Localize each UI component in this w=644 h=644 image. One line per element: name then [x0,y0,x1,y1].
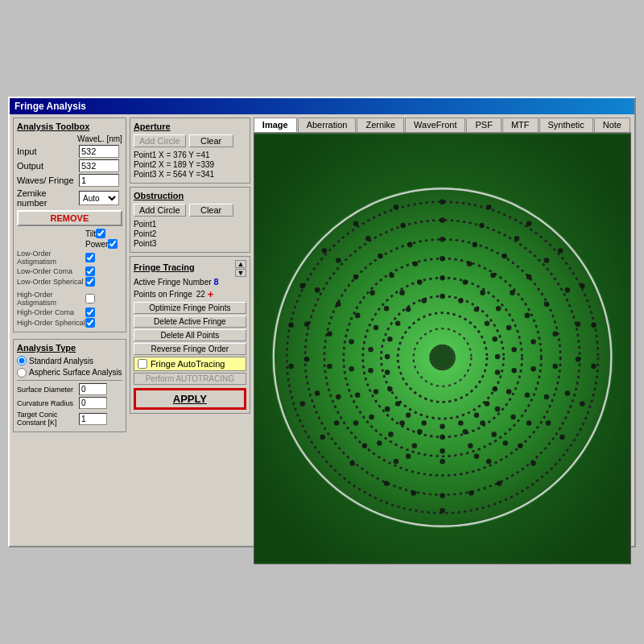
tab-wavefront[interactable]: WaveFront [405,118,465,132]
svg-point-35 [299,283,305,289]
low-astig-checkbox[interactable] [85,253,95,262]
high-spherical-checkbox[interactable] [85,318,95,328]
svg-point-68 [543,394,549,400]
svg-point-109 [506,325,512,331]
tilt-checkbox[interactable] [96,229,105,238]
waves-per-fringe-field[interactable] [79,174,119,187]
svg-point-97 [369,415,374,420]
svg-point-42 [543,258,549,263]
svg-point-64 [526,275,532,280]
wavelength-header: WaveL. [nm] [77,134,122,143]
output-label: Output [17,161,77,171]
autotracing-row: Fringe AutoTracing [134,357,246,371]
points-on-fringe-value: 22 [196,290,205,299]
obstruction-add-circle-button[interactable]: Add Circle [134,204,186,217]
perform-autotracing-button[interactable]: Perform AUTOTRACING [134,373,246,385]
svg-point-99 [349,366,354,372]
waves-per-fringe-label: Waves/ Fringe [17,175,77,185]
autotracing-checkbox[interactable] [138,359,147,369]
tab-mtf[interactable]: MTF [502,118,539,132]
svg-point-61 [440,237,445,242]
high-astig-checkbox[interactable] [85,294,95,303]
svg-point-71 [474,454,480,460]
tab-note[interactable]: Note [594,118,630,132]
power-checkbox[interactable] [108,239,118,249]
aperture-title: Aperture [134,122,246,131]
fringe-scroll-up-button[interactable]: ▲ [235,260,246,268]
low-spherical-checkbox[interactable] [85,277,95,287]
svg-point-126 [417,279,423,285]
aperture-clear-button[interactable]: Clear [189,134,233,147]
delete-all-points-button[interactable]: Delete All Points [134,329,246,341]
high-order-coma-label: High-Order Coma [17,308,85,316]
svg-point-95 [411,443,417,448]
svg-point-66 [552,331,558,336]
high-coma-checkbox[interactable] [85,308,95,317]
low-coma-checkbox[interactable] [85,266,95,276]
svg-point-135 [485,401,490,407]
high-spherical-row: High-Order Spherical [17,318,122,328]
svg-point-50 [440,493,445,498]
svg-point-75 [353,420,359,426]
curvature-radius-field[interactable] [79,397,107,409]
remove-button[interactable]: REMOVE [17,210,122,226]
svg-point-58 [336,258,341,263]
svg-point-43 [565,287,571,293]
tab-synthetic[interactable]: Synthetic [539,118,593,132]
aperture-add-circle-button[interactable]: Add Circle [134,134,186,147]
output-field[interactable] [79,159,119,172]
svg-point-98 [355,392,361,398]
obstruction-clear-button[interactable]: Clear [189,204,233,217]
svg-point-90 [525,392,530,398]
tab-aberration[interactable]: Aberration [298,118,357,132]
svg-point-89 [530,366,536,372]
apply-button[interactable]: APPLY [134,388,246,410]
tab-zernike[interactable]: Zernike [357,118,404,132]
svg-point-36 [321,248,327,254]
svg-point-20 [591,323,597,328]
analysis-type-title: Analysis Type [17,343,122,353]
svg-point-131 [492,336,497,342]
zernike-number-select[interactable]: Auto [79,191,119,205]
svg-point-134 [492,386,497,392]
power-row: Power [17,239,122,249]
svg-point-141 [395,401,401,407]
svg-point-118 [399,420,405,426]
svg-point-128 [458,298,464,303]
svg-point-100 [349,339,354,345]
surface-diameter-label: Surface Diameter [17,386,77,394]
svg-point-80 [353,275,359,280]
aspheric-analysis-row: Aspheric Surface Analysis [17,367,122,378]
svg-point-103 [389,273,394,279]
svg-point-133 [495,369,501,375]
svg-point-22 [580,401,585,407]
svg-point-125 [399,290,405,295]
svg-point-62 [472,242,477,248]
aspheric-analysis-radio[interactable] [17,368,27,378]
delete-active-fringe-button[interactable]: Delete Active Fringe [134,316,246,328]
svg-point-88 [530,339,536,345]
svg-point-32 [299,401,305,407]
svg-point-56 [304,321,310,327]
surface-diameter-field[interactable] [79,383,107,395]
reverse-fringe-order-button[interactable]: Reverse Fringe Order [134,343,246,355]
svg-point-21 [591,364,597,369]
svg-point-139 [421,420,427,426]
optimize-fringe-button[interactable]: Optimize Fringe Points [134,302,246,314]
svg-point-142 [387,386,393,392]
target-conic-label: Target Conic Constant [K] [17,411,77,427]
tab-image[interactable]: Image [254,118,297,132]
target-conic-field[interactable] [79,413,107,425]
input-field[interactable] [79,145,119,158]
standard-analysis-radio[interactable] [17,356,27,365]
fringe-plus-icon: + [208,288,214,300]
obstruction-point1: Point1 [134,220,246,229]
tab-psf[interactable]: PSF [466,118,501,132]
low-order-spherical-label: Low-Order Spherical [17,278,85,286]
svg-point-23 [559,435,565,440]
svg-point-25 [497,481,502,486]
svg-point-73 [406,454,411,460]
svg-point-33 [288,364,294,369]
svg-point-51 [394,459,399,464]
fringe-scroll-down-button[interactable]: ▼ [235,269,246,277]
